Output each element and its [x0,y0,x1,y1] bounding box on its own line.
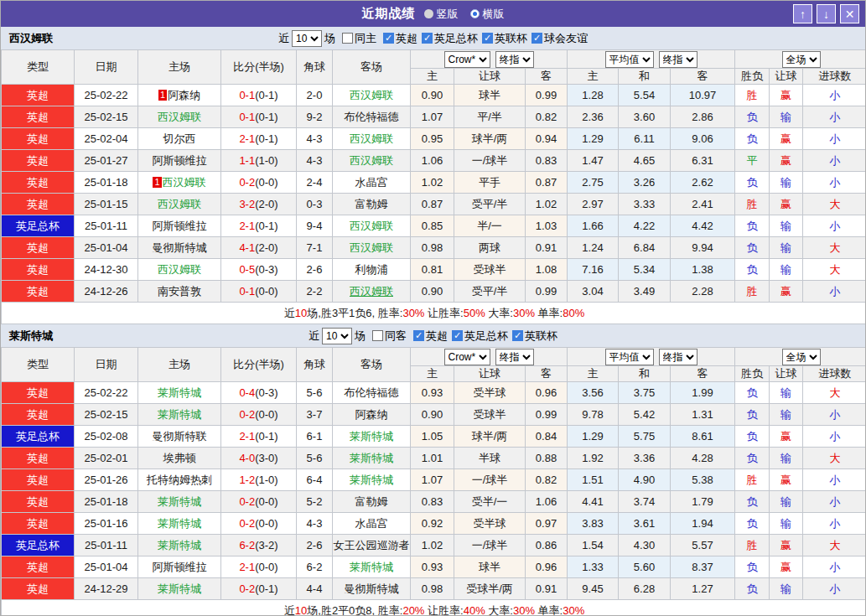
scope-group: 全场 [735,348,866,366]
goals-result-cell: 小 [803,128,866,150]
checkbox-checked-icon: ✓ [452,330,463,341]
handicap-result-cell: 赢 [770,85,803,106]
final-odds-select-2[interactable]: 终指 [659,51,697,68]
league-filter-checkbox[interactable]: ✓英超 [383,31,417,46]
radio-vertical-layout[interactable]: 竖版 [424,7,459,22]
corner-cell: 9-4 [297,215,333,237]
league-filter-checkbox[interactable]: ✓英超 [413,329,448,344]
odds-home-cell: 0.93 [411,382,454,404]
final-odds-select-1[interactable]: 终指 [495,349,534,365]
home-team-cell: 阿斯顿维拉 [138,556,221,578]
result-cell: 负 [735,237,770,259]
league-cell: 英足总杯 [2,215,75,237]
away-team-cell: 莱斯特城 [333,448,411,469]
team-link: 莱斯特城 [350,430,393,443]
team-link[interactable]: 西汉姆联 [350,285,393,298]
scope-select[interactable]: 全场 [782,349,821,365]
team-link: 阿斯顿维拉 [153,154,207,167]
home-team-cell: 埃弗顿 [138,448,221,469]
handicap-result-cell: 赢 [770,426,803,448]
games-count-select[interactable]: 10 [322,328,352,344]
avg-home-cell: 1.28 [568,85,619,106]
table-row: 英足总杯 25-01-11 阿斯顿维拉 2-1(0-1) 9-4 西汉姆联 0.… [2,215,866,237]
home-team-cell: 阿斯顿维拉 [138,150,221,172]
league-filter-checkbox[interactable]: ✓球会友谊 [532,31,588,46]
home-team-cell: 莱斯特城 [138,535,221,556]
handicap-result-cell: 输 [770,172,803,194]
home-team-cell: 莱斯特城 [138,513,221,535]
odds-handicap-cell: 球半 [454,85,526,106]
avg-away-cell: 10.97 [671,85,735,106]
avg-away-cell: 4.28 [671,448,735,469]
goals-result-cell: 小 [803,491,866,513]
final-odds-select-1[interactable]: 终指 [495,51,534,68]
same-venue-checkbox[interactable]: 同客 [372,329,407,344]
league-filter-checkbox[interactable]: ✓英联杯 [512,329,557,344]
games-count-select[interactable]: 10 [292,30,322,47]
goals-result-cell: 大 [803,448,866,469]
goals-result-cell: 小 [803,578,866,600]
league-filter-checkbox[interactable]: ✓英联杯 [482,31,527,46]
move-up-button[interactable]: ↑ [793,4,812,23]
average-select[interactable]: 平均值 [605,51,654,68]
score-cell: 1-2(1-0) [221,469,297,491]
home-team-cell: 1西汉姆联 [138,172,221,194]
score-cell: 2-1(0-1) [221,426,297,448]
team-name: 莱斯特城 [9,329,53,344]
close-button[interactable]: ✕ [840,4,859,23]
table-row: 英超 25-02-04 切尔西 2-1(0-1) 4-3 西汉姆联 0.95 球… [2,128,866,150]
team-link: 富勒姆 [355,495,388,508]
home-team-section: 西汉姆联 近 10 场 同主 ✓英超✓英足总杯✓英联杯✓球会友谊 [1,27,865,324]
corner-cell: 4-3 [297,128,333,150]
odds-handicap-cell: 受平/半 [454,281,526,303]
odds-handicap-cell: 受半/一 [454,491,526,513]
avg-away-cell: 5.57 [671,535,735,556]
date-cell: 25-02-15 [75,404,138,426]
odds-company-select[interactable]: Crow* [444,349,490,365]
odds-away-cell: 0.96 [526,382,568,404]
same-venue-checkbox[interactable]: 同主 [342,31,376,46]
league-cell: 英超 [2,85,75,106]
table-row: 英超 25-02-22 莱斯特城 0-4(0-3) 5-6 布伦特福德 0.93… [2,382,866,404]
odds-away-cell: 0.84 [526,426,568,448]
away-team-cell: 布伦特福德 [333,106,411,128]
subcol-handicap: 让球 [454,69,526,85]
away-team-cell: 西汉姆联 [333,128,411,150]
away-team-cell: 莱斯特城 [333,556,411,578]
col-home: 主场 [138,50,221,85]
league-filter-checkbox[interactable]: ✓英足总杯 [422,31,478,46]
league-cell: 英超 [2,404,75,426]
home-team-cell: 曼彻斯特联 [138,426,221,448]
league-cell: 英超 [2,513,75,535]
team-link: 阿斯顿维拉 [153,220,207,232]
league-cell: 英超 [2,556,75,578]
result-cell: 负 [735,513,770,535]
scope-select[interactable]: 全场 [782,51,821,68]
radio-horizontal-layout[interactable]: 横版 [470,7,505,22]
final-odds-select-2[interactable]: 终指 [659,349,697,365]
league-filters: ✓英超✓英足总杯✓英联杯 [409,329,557,344]
corner-cell: 3-7 [297,404,333,426]
odds-home-cell: 0.98 [411,237,454,259]
avg-away-cell: 4.42 [671,215,735,237]
move-down-button[interactable]: ↓ [817,4,836,23]
team-link: 西汉姆联 [163,176,206,189]
odds-handicap-cell: 一/球半 [454,535,526,556]
away-team-cell: 西汉姆联 [333,85,411,106]
score-cell: 2-1(0-0) [221,556,297,578]
filter-controls: 近 10 场 同客 ✓英超✓英足总杯✓英联杯 [309,328,557,344]
average-select[interactable]: 平均值 [605,349,654,365]
home-team-cell: 西汉姆联 [138,194,221,215]
col-date: 日期 [75,50,138,85]
away-team-cell: 女王公园巡游者 [333,535,411,556]
odds-company-select[interactable]: Crow* [444,51,490,68]
table-row: 英超 25-01-18 1西汉姆联 0-2(0-0) 2-4 水晶宫 1.02 … [2,172,866,194]
score-cell: 3-2(2-0) [221,194,297,215]
league-cell: 英超 [2,578,75,600]
score-cell: 0-5(0-3) [221,259,297,281]
avg-home-cell: 4.41 [568,491,619,513]
subcol-result: 胜负 [735,69,770,85]
table-row: 英超 25-02-15 西汉姆联 0-1(0-1) 9-2 布伦特福德 1.07… [2,106,866,128]
avg-away-cell: 1.38 [671,259,735,281]
league-filter-checkbox[interactable]: ✓英足总杯 [452,329,508,344]
